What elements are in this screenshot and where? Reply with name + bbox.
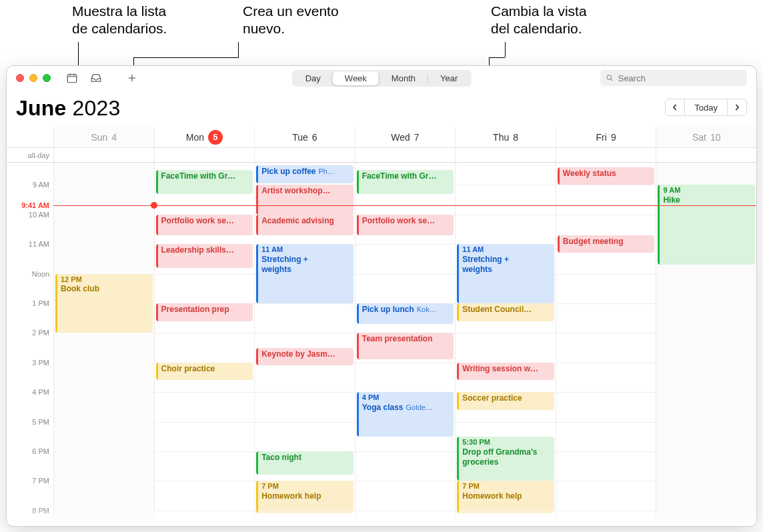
allday-row: all-day	[7, 148, 756, 163]
event[interactable]: 5:30 PMDrop off Grandma'sgroceries	[457, 437, 554, 481]
event[interactable]: Artist workshop…	[256, 185, 353, 214]
day-column[interactable]: FaceTime with Gr…Portfolio work se…Leade…	[154, 163, 255, 525]
hour-label: 10 AM	[29, 211, 49, 219]
hour-label: 4 PM	[32, 388, 49, 396]
day-header[interactable]: Tue6	[254, 127, 355, 147]
minimize-icon[interactable]	[29, 74, 37, 82]
svg-point-1	[607, 75, 611, 79]
day-column[interactable]: FaceTime with Gr…Portfolio work se…Pick …	[355, 163, 456, 525]
event[interactable]: Choir practice	[156, 363, 253, 381]
day-column[interactable]: 9 AMHike	[656, 163, 756, 525]
callout-line	[238, 42, 239, 57]
view-year[interactable]: Year	[428, 71, 470, 85]
now-indicator-dot	[151, 202, 157, 209]
day-header[interactable]: Mon5	[154, 127, 255, 147]
event[interactable]: Portfolio work se…	[357, 215, 454, 235]
chevron-right-icon	[734, 104, 740, 111]
hour-label: 3 PM	[32, 359, 49, 367]
hour-label: 1 PM	[32, 299, 49, 307]
event[interactable]: Portfolio work se…	[156, 215, 253, 235]
view-month[interactable]: Month	[379, 71, 428, 85]
allday-label: all-day	[7, 148, 53, 162]
new-event-button[interactable]	[123, 71, 141, 85]
view-day[interactable]: Day	[293, 71, 333, 85]
hour-label: 6 PM	[32, 447, 49, 455]
view-segment: Day Week Month Year	[292, 70, 472, 87]
day-column[interactable]: Weekly statusBudget meeting	[556, 163, 656, 525]
event[interactable]: Writing session w…	[457, 363, 554, 381]
window-controls	[16, 74, 51, 82]
next-week-button[interactable]	[727, 99, 747, 116]
day-header[interactable]: Sat10	[656, 127, 756, 147]
close-icon[interactable]	[16, 74, 24, 82]
title-bar: June 2023 Today	[7, 89, 756, 127]
hour-label: 11 AM	[29, 240, 49, 248]
day-header[interactable]: Wed7	[355, 127, 456, 147]
event[interactable]: Presentation prep	[156, 303, 253, 321]
day-header-row: Sun4Mon5Tue6Wed7Thu8Fri9Sat10	[7, 127, 756, 148]
prev-week-button[interactable]	[665, 99, 685, 116]
toolbar: Day Week Month Year	[7, 66, 756, 89]
calendars-button[interactable]	[63, 71, 81, 85]
calendar-icon	[66, 72, 78, 84]
event[interactable]: 4 PMYoga classGolde…	[357, 392, 454, 437]
day-header[interactable]: Sun4	[53, 127, 154, 147]
event[interactable]: Weekly status	[558, 167, 655, 185]
hour-label: 5 PM	[32, 418, 49, 426]
search-field[interactable]	[600, 70, 747, 86]
hour-label: 7 PM	[32, 477, 49, 485]
event[interactable]: 11 AMStretching +weights	[256, 244, 353, 303]
event[interactable]: Team presentation	[357, 333, 454, 359]
callout-view: Cambia la vista del calendario.	[491, 3, 587, 38]
search-icon	[606, 73, 614, 83]
event[interactable]: Pick up lunchKok…	[357, 303, 454, 324]
svg-rect-0	[67, 74, 77, 82]
hour-column: 9 AM10 AM11 AMNoon1 PM2 PM3 PM4 PM5 PM6 …	[7, 163, 53, 525]
hour-label: 2 PM	[32, 329, 49, 337]
callout-new-event: Crea un evento nuevo.	[243, 3, 339, 38]
page-title: June 2023	[16, 96, 121, 121]
day-column[interactable]: 12 PMBook club	[53, 163, 154, 525]
callout-calendars: Muestra la lista de calendarios.	[72, 3, 167, 38]
day-header[interactable]: Fri9	[556, 127, 656, 147]
day-column[interactable]: Pick up coffeePh…Artist workshop…Academi…	[254, 163, 355, 525]
event[interactable]: FaceTime with Gr…	[357, 170, 454, 194]
event[interactable]: 9 AMHike	[658, 185, 755, 265]
callout-line	[505, 42, 506, 57]
time-grid[interactable]: 9 AM10 AM11 AMNoon1 PM2 PM3 PM4 PM5 PM6 …	[7, 163, 756, 525]
callout-line	[489, 57, 505, 58]
search-input[interactable]	[618, 73, 742, 83]
now-time-label: 9:41 AM	[21, 201, 49, 209]
callout-line	[133, 57, 239, 58]
now-indicator	[53, 205, 756, 206]
calendar-window: Day Week Month Year June 2023 Today Sun4…	[6, 65, 757, 527]
hour-label: Noon	[32, 270, 49, 278]
inbox-icon	[90, 72, 102, 84]
event[interactable]: Soccer practice	[457, 392, 554, 410]
plus-icon	[126, 72, 138, 84]
event[interactable]: Academic advising	[256, 215, 353, 235]
day-column[interactable]: 11 AMStretching +weightsStudent Council……	[455, 163, 556, 525]
chevron-left-icon	[672, 104, 678, 111]
event[interactable]: Student Council…	[457, 303, 554, 321]
event[interactable]: 12 PMBook club	[55, 274, 153, 333]
event[interactable]: Taco night	[256, 451, 353, 475]
event[interactable]: Leadership skills…	[156, 244, 253, 268]
event[interactable]: Budget meeting	[558, 235, 655, 253]
hour-label: 9 AM	[33, 181, 49, 189]
day-header[interactable]: Thu8	[455, 127, 556, 147]
inbox-button[interactable]	[87, 71, 105, 85]
event[interactable]: FaceTime with Gr…	[156, 170, 253, 194]
today-badge: 5	[208, 130, 223, 145]
today-button[interactable]: Today	[684, 99, 728, 116]
view-week[interactable]: Week	[333, 71, 379, 85]
event[interactable]: 11 AMStretching +weights	[457, 244, 554, 303]
event[interactable]: Keynote by Jasm…	[256, 348, 353, 366]
nav-buttons: Today	[665, 99, 747, 116]
event[interactable]: Pick up coffeePh…	[256, 165, 353, 183]
zoom-icon[interactable]	[43, 74, 51, 82]
